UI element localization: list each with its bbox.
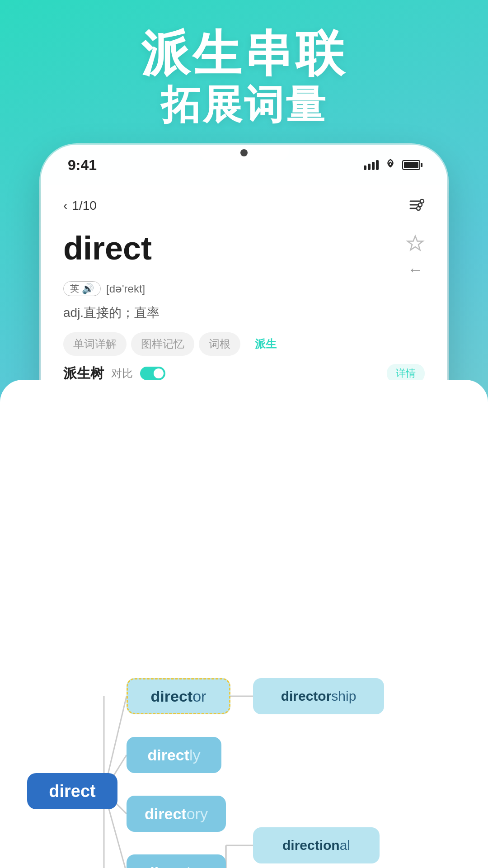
word-actions: ←	[406, 231, 425, 278]
back-button[interactable]: ‹	[63, 198, 67, 213]
notch-camera	[240, 149, 248, 156]
navigation-bar: ‹ 1/10	[41, 185, 447, 222]
wifi-icon	[384, 159, 397, 171]
toggle-dot	[154, 368, 164, 378]
language-badge[interactable]: 英 🔊	[63, 281, 101, 296]
lang-label: 英	[70, 283, 79, 295]
svg-point-5	[417, 207, 420, 210]
nav-left: ‹ 1/10	[63, 198, 97, 213]
word-tabs: 单词详解 图样记忆 词根 派生	[41, 332, 447, 356]
nav-right	[408, 196, 425, 215]
word-definition: adj.直接的；直率	[63, 304, 425, 321]
svg-marker-6	[408, 236, 423, 250]
signal-icon	[364, 160, 379, 170]
tab-image-memory[interactable]: 图样记忆	[131, 332, 194, 356]
node-directory[interactable]: directory	[127, 796, 226, 832]
pronunciation-row: 英 🔊 [də'rekt]	[63, 281, 425, 296]
node-directly[interactable]: directly	[127, 737, 221, 773]
tab-word-root[interactable]: 词根	[199, 332, 240, 356]
status-time: 9:41	[68, 157, 97, 174]
status-icons	[364, 159, 420, 171]
node-direct[interactable]: direct	[27, 773, 117, 809]
hero-section: 派生串联 拓展词量	[0, 27, 488, 128]
node-director[interactable]: director	[127, 678, 230, 714]
word-section: direct ← 英 🔊 [də'rekt] adj.直接的；直率	[41, 222, 447, 321]
svg-point-3	[420, 199, 424, 203]
hero-line1: 派生串联	[0, 27, 488, 81]
tab-derivative[interactable]: 派生	[245, 332, 286, 356]
page-counter: 1/10	[72, 198, 97, 213]
phone-notch	[199, 145, 289, 161]
tree-area: direct director directorship directly di…	[0, 380, 488, 868]
word-heading: direct	[63, 231, 152, 266]
word-back-icon[interactable]: ←	[408, 261, 423, 278]
filter-icon[interactable]	[408, 196, 425, 215]
hero-line2: 拓展词量	[0, 81, 488, 129]
compare-toggle[interactable]	[140, 367, 165, 380]
battery-icon	[402, 160, 420, 170]
phone-status-bar: 9:41	[41, 145, 447, 185]
node-directorship[interactable]: directorship	[253, 678, 384, 714]
svg-point-4	[418, 203, 422, 207]
phonetic-text: [də'rekt]	[106, 283, 145, 295]
favorite-button[interactable]	[406, 234, 425, 257]
tree-card: direct director directorship directly di…	[0, 380, 488, 868]
node-direction[interactable]: direction	[127, 854, 226, 868]
node-directional[interactable]: directional	[253, 827, 380, 863]
compare-label: 对比	[111, 366, 133, 381]
tab-word-detail[interactable]: 单词详解	[63, 332, 127, 356]
speaker-icon: 🔊	[82, 283, 94, 295]
